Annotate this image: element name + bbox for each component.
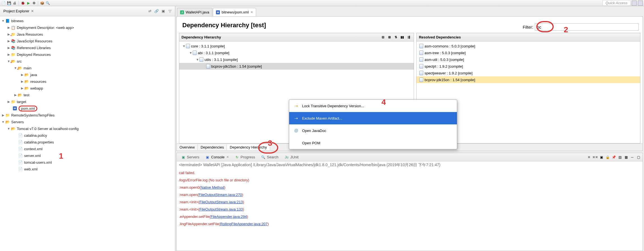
tab-progress[interactable]: ↻Progress: [232, 154, 257, 160]
tab-dependencies[interactable]: Dependencies: [198, 144, 227, 150]
toolbar-icon[interactable]: 💾: [7, 1, 11, 5]
tree-file[interactable]: 📄tomcat-users.xml: [0, 159, 175, 166]
resolved-item-highlight[interactable]: bcprov-jdk15on : 1.54 [compile]: [417, 76, 640, 83]
dep-node[interactable]: ▼utils : 3.1.1 [compile]: [179, 56, 414, 63]
tree-file[interactable]: 📄context.xml: [0, 145, 175, 152]
sort-icon[interactable]: ⇅: [393, 35, 399, 40]
perspective-button[interactable]: [638, 1, 643, 6]
tab-dependency-hierarchy[interactable]: Dependency Hierarchy: [227, 144, 270, 150]
filter-icon[interactable]: ▮▮: [399, 35, 405, 40]
toolbar-icon[interactable]: ⚙: [32, 1, 36, 5]
display-icon[interactable]: ▤: [617, 155, 622, 160]
tree-item[interactable]: ▶📂test: [0, 92, 175, 98]
jar-icon: [199, 57, 203, 62]
dh-left-header: Dependency Hierarchy ⊟ ⊞ ⇅ ▮▮ ⇶: [179, 33, 414, 42]
collapse-all-icon[interactable]: ⊟: [380, 35, 386, 40]
run-icon[interactable]: ▶: [26, 1, 31, 5]
tree-item[interactable]: ▶📂java: [0, 71, 175, 78]
ctx-open-pom[interactable]: Open POM: [289, 137, 457, 149]
pom-file-node[interactable]: Mpom.xml: [0, 105, 175, 112]
view-menu-icon[interactable]: ▽: [167, 8, 173, 14]
main-toolbar: 📄 💾 🖨 🐞 ▶ ⚙ 📦 🔍 Quick Access: [0, 0, 644, 6]
toolbar-icon[interactable]: 🖨: [12, 1, 17, 5]
dep-node-selected[interactable]: bcprov-jdk15on : 1.54 [compile]: [179, 63, 414, 70]
jar-icon: [206, 64, 210, 69]
open-console-icon[interactable]: ▦: [624, 155, 629, 160]
tree-item[interactable]: ▶📁Deployed Resources: [0, 51, 175, 58]
annotation-4: 4: [381, 98, 386, 107]
hierarchy-icon[interactable]: ⇶: [406, 35, 411, 40]
tree-item[interactable]: ▶📋Deployment Descriptor: <web app>: [0, 24, 175, 31]
close-icon[interactable]: ✕: [250, 10, 253, 14]
tree-file[interactable]: 📄web.xml: [0, 166, 175, 172]
context-menu: ⇢Lock Transitive Dependency Version... ⇢…: [289, 99, 457, 149]
tree-item[interactable]: ▶📁Java Resources: [0, 31, 175, 38]
quick-access-input[interactable]: Quick Access: [602, 0, 631, 6]
debug-icon[interactable]: 🐞: [20, 1, 25, 5]
tree-item[interactable]: ▶📚Referenced Libraries: [0, 44, 175, 51]
tree-item[interactable]: ▼📂src: [0, 58, 175, 65]
focus-icon[interactable]: ▣: [160, 8, 166, 14]
lock-icon: ⇢: [294, 103, 299, 108]
annotation-2: 2: [564, 25, 568, 34]
filter-label: Filter:: [523, 25, 533, 29]
toolbar-icon[interactable]: 📄: [1, 1, 6, 5]
tab-walletapi[interactable]: JWalletAPI.java: [177, 8, 212, 16]
link-editor-icon[interactable]: 🔗: [154, 8, 159, 14]
jar-icon: [419, 77, 423, 82]
project-tree[interactable]: ▼📘bitnews ▶📋Deployment Descriptor: <web …: [0, 16, 175, 251]
ctx-exclude-artifact[interactable]: ⇢Exclude Maven Artifact...: [289, 112, 457, 124]
lock-icon[interactable]: 🔒: [605, 155, 610, 160]
max-icon[interactable]: ▢: [636, 155, 641, 160]
tab-console[interactable]: ▣Console✕: [203, 154, 231, 160]
tree-item[interactable]: ▶📂webapp: [0, 85, 175, 92]
collapse-icon[interactable]: ⇄: [147, 8, 153, 14]
dep-node[interactable]: ▼core : 3.1.1 [compile]: [179, 43, 414, 49]
resolved-item[interactable]: spectjweaver : 1.9.2 [compile]: [417, 70, 640, 76]
tree-item[interactable]: ▼📂main: [0, 65, 175, 71]
tab-overview[interactable]: Overview: [177, 144, 198, 150]
project-explorer-header: Project Explorer ✕ ⇄ 🔗 ▣ ▽: [0, 6, 175, 16]
pom-icon: [294, 140, 299, 145]
remove-icon[interactable]: ✖: [586, 155, 592, 160]
dependency-tree[interactable]: ▼core : 3.1.1 [compile] ▼abi : 3.1.1 [co…: [179, 42, 414, 71]
project-node[interactable]: ▼📘bitnews: [0, 17, 175, 24]
tree-item[interactable]: ▼📂Tomcat v7.0 Server at localhost-config: [0, 125, 175, 132]
tree-file[interactable]: 📄server.xml: [0, 152, 175, 159]
console-icon[interactable]: ▣: [599, 155, 604, 160]
remove-all-icon[interactable]: ✖✖: [593, 155, 598, 160]
annotation-1: 1: [59, 152, 63, 161]
tree-item[interactable]: ▶📁RemoteSystemsTempFiles: [0, 112, 175, 118]
resolved-item[interactable]: asm-tree : 5.0.3 [compile]: [417, 49, 640, 56]
tab-junit[interactable]: JuJUnit: [282, 154, 301, 160]
toolbar-icon[interactable]: 📦: [40, 1, 44, 5]
ctx-lock-version[interactable]: ⇢Lock Transitive Dependency Version...: [289, 100, 457, 112]
ctx-open-javadoc[interactable]: @Open JavaDoc: [289, 124, 457, 137]
tab-pom[interactable]: Mbitnews/pom.xml✕: [213, 8, 256, 16]
resolved-item[interactable]: asm-commons : 5.0.3 [compile]: [417, 43, 640, 49]
resolved-item[interactable]: asm-util : 5.0.3 [compile]: [417, 56, 640, 63]
jar-icon: [193, 51, 197, 55]
min-icon[interactable]: ─: [630, 155, 635, 160]
editor-tabbar: JWalletAPI.java Mbitnews/pom.xml✕: [175, 6, 644, 16]
toolbar-icon[interactable]: 🔍: [45, 1, 50, 5]
tree-item[interactable]: ▶📂resources: [0, 78, 175, 85]
resolved-item[interactable]: spectjrt : 1.9.2 [compile]: [417, 63, 640, 70]
tree-file[interactable]: 📄catalina.properties: [0, 139, 175, 145]
tree-file[interactable]: 📄catalina.policy: [0, 132, 175, 139]
perspective-button[interactable]: [632, 1, 637, 6]
view-close-icon[interactable]: ✕: [31, 9, 34, 13]
close-icon[interactable]: ✕: [226, 155, 229, 159]
dep-node[interactable]: ▼abi : 3.1.1 [compile]: [179, 49, 414, 56]
bottom-tabbar: ▣Servers ▣Console✕ ↻Progress 🔍Search JuJ…: [177, 153, 643, 161]
tab-search[interactable]: 🔍Search: [259, 154, 281, 160]
tab-servers[interactable]: ▣Servers: [178, 154, 202, 160]
console-output[interactable]: call failed. /logs/ErrorFile.log (No suc…: [177, 169, 643, 251]
tree-item[interactable]: ▶📚JavaScript Resources: [0, 38, 175, 44]
filter-input[interactable]: [535, 23, 639, 31]
tree-item[interactable]: ▼📂Servers: [0, 118, 175, 125]
tree-item[interactable]: ▶📁target: [0, 98, 175, 105]
pin-icon[interactable]: 📌: [611, 155, 616, 160]
resolved-list[interactable]: asm-commons : 5.0.3 [compile] asm-tree :…: [417, 42, 640, 84]
expand-all-icon[interactable]: ⊞: [387, 35, 392, 40]
